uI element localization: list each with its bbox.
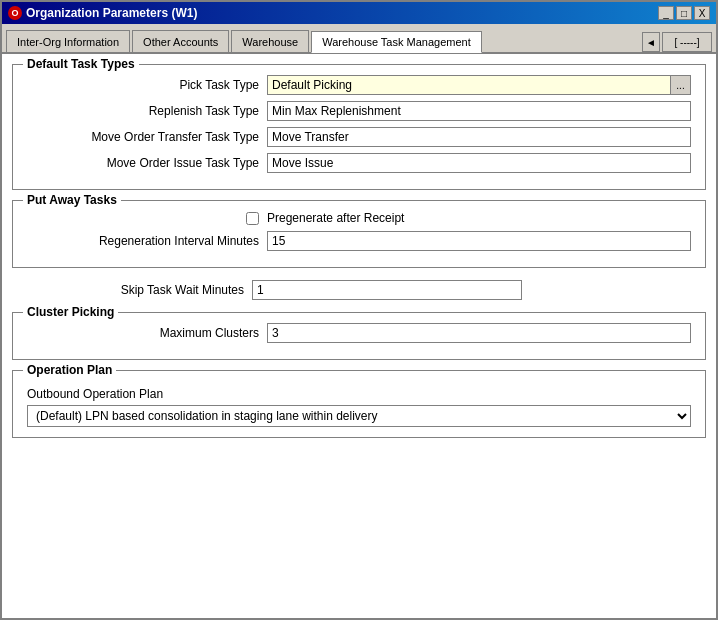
max-clusters-input[interactable] [267,323,691,343]
title-buttons: _ □ X [658,6,710,20]
move-transfer-input[interactable] [267,127,691,147]
operation-plan-dropdown[interactable]: (Default) LPN based consolidation in sta… [27,405,691,427]
tab-inter-org[interactable]: Inter-Org Information [6,30,130,52]
close-button[interactable]: X [694,6,710,20]
move-transfer-row: Move Order Transfer Task Type [27,127,691,147]
pregenerate-checkbox[interactable] [246,212,259,225]
regeneration-row: Regeneration Interval Minutes [27,231,691,251]
tab-nav: ◄ [ -----] [642,32,712,52]
skip-task-input[interactable] [252,280,522,300]
pick-task-input[interactable] [267,75,671,95]
minimize-button[interactable]: _ [658,6,674,20]
max-clusters-row: Maximum Clusters [27,323,691,343]
main-window: O Organization Parameters (W1) _ □ X Int… [0,0,718,620]
put-away-title: Put Away Tasks [23,193,121,207]
operation-dropdown-row: (Default) LPN based consolidation in sta… [27,405,691,427]
tab-warehouse-task[interactable]: Warehouse Task Management [311,31,482,53]
default-task-types-title: Default Task Types [23,57,139,71]
tab-bar: Inter-Org Information Other Accounts War… [2,24,716,54]
tab-nav-back[interactable]: ◄ [642,32,660,52]
pregenerate-label: Pregenerate after Receipt [267,211,404,225]
move-issue-input[interactable] [267,153,691,173]
move-issue-row: Move Order Issue Task Type [27,153,691,173]
tab-nav-forward[interactable]: [ -----] [662,32,712,52]
replenish-task-label: Replenish Task Type [27,104,267,118]
pick-task-row: Pick Task Type ... [27,75,691,95]
tab-other-accounts[interactable]: Other Accounts [132,30,229,52]
pick-task-label: Pick Task Type [27,78,267,92]
app-icon: O [8,6,22,20]
cluster-picking-title: Cluster Picking [23,305,118,319]
content-area: Default Task Types Pick Task Type ... Re… [2,54,716,618]
pick-task-input-group: ... [267,75,691,95]
move-issue-label: Move Order Issue Task Type [27,156,267,170]
tab-warehouse[interactable]: Warehouse [231,30,309,52]
move-transfer-label: Move Order Transfer Task Type [27,130,267,144]
max-clusters-label: Maximum Clusters [27,326,267,340]
skip-task-label: Skip Task Wait Minutes [12,283,252,297]
title-bar: O Organization Parameters (W1) _ □ X [2,2,716,24]
outbound-operation-label: Outbound Operation Plan [27,387,691,401]
pregenerate-row: Pregenerate after Receipt [27,211,691,225]
window-title: Organization Parameters (W1) [26,6,197,20]
default-task-types-section: Default Task Types Pick Task Type ... Re… [12,64,706,190]
cluster-picking-section: Cluster Picking Maximum Clusters [12,312,706,360]
maximize-button[interactable]: □ [676,6,692,20]
replenish-task-row: Replenish Task Type [27,101,691,121]
replenish-task-input[interactable] [267,101,691,121]
put-away-section: Put Away Tasks Pregenerate after Receipt… [12,200,706,268]
operation-plan-section: Operation Plan Outbound Operation Plan (… [12,370,706,438]
operation-plan-title: Operation Plan [23,363,116,377]
regeneration-label: Regeneration Interval Minutes [27,234,267,248]
pick-task-browse-button[interactable]: ... [671,75,691,95]
regeneration-input[interactable] [267,231,691,251]
skip-task-row: Skip Task Wait Minutes [12,278,706,302]
